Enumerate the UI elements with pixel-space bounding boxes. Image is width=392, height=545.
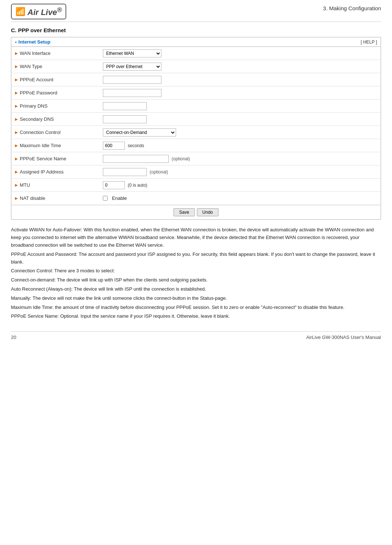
pppoe-password-value [99, 87, 381, 99]
wan-interface-row: ▶ WAN Interface Ethernet WAN [11, 47, 381, 60]
pppoe-password-label-text: PPPoE Password [20, 90, 57, 96]
undo-button[interactable]: Undo [197, 208, 219, 216]
max-idle-time-label: ▶ Maximum Idle Time [11, 141, 99, 150]
pppoe-password-row: ▶ PPPoE Password [11, 86, 381, 100]
page-header: 📶 Air Live® 3. Making Configuration [11, 4, 381, 19]
page-number: 20 [11, 335, 16, 340]
assigned-ip-value: (optional) [99, 166, 381, 178]
max-idle-time-label-text: Maximum Idle Time [20, 143, 61, 148]
enable-label: Enable [112, 195, 127, 201]
connection-control-value: Connect-on-Demand Auto Reconnect (Always… [99, 127, 381, 138]
primary-dns-label: ▶ Primary DNS [11, 101, 99, 111]
logo-text: Air Live® [27, 6, 62, 17]
pppoe-account-input[interactable] [103, 76, 161, 84]
max-idle-time-input[interactable] [103, 142, 125, 150]
mtu-row: ▶ MTU (0 is auto) [11, 179, 381, 192]
header-divider [11, 22, 381, 22]
arrow-icon: ▶ [15, 183, 18, 187]
pppoe-service-name-input[interactable] [103, 155, 169, 163]
wan-interface-value: Ethernet WAN [99, 48, 381, 59]
pppoe-service-name-value: (optional) [99, 153, 381, 165]
auto-label: (0 is auto) [128, 183, 147, 188]
max-idle-time-value: seconds [99, 140, 381, 152]
desc-para-8: PPPoE Service Name: Optional. Input the … [11, 313, 381, 320]
connection-control-label: ▶ Connection Control [11, 127, 99, 137]
logo-box: 📶 Air Live® [11, 4, 66, 19]
optional-label: (optional) [172, 156, 190, 161]
chapter-title: 3. Making Configuration [323, 4, 381, 11]
wifi-icon: 📶 [15, 7, 25, 16]
pppoe-service-name-row: ▶ PPPoE Service Name (optional) [11, 152, 381, 165]
desc-para-1: Activate WWAN for Auto-Failover: With th… [11, 226, 381, 249]
primary-dns-input[interactable] [103, 102, 147, 110]
assigned-ip-label-text: Assigned IP Address [20, 169, 64, 175]
pppoe-password-input[interactable] [103, 89, 161, 97]
setup-title-text: Internet Setup [18, 39, 50, 45]
secondary-dns-value [99, 113, 381, 125]
connection-control-row: ▶ Connection Control Connect-on-Demand A… [11, 126, 381, 139]
desc-para-2: PPPoE Account and Password: The account … [11, 251, 381, 266]
max-idle-time-row: ▶ Maximum Idle Time seconds [11, 139, 381, 152]
arrow-icon: ▶ [15, 51, 18, 55]
wan-type-label-text: WAN Type [20, 64, 42, 69]
nat-enable-checkbox[interactable] [103, 196, 108, 201]
arrow-icon: ▶ [15, 78, 18, 82]
primary-dns-row: ▶ Primary DNS [11, 100, 381, 113]
setup-header: ▪ Internet Setup [ HELP ] [11, 37, 381, 47]
arrow-icon: ▶ [15, 104, 18, 108]
nat-disable-label: ▶ NAT disable [11, 193, 99, 203]
wan-type-select[interactable]: PPP over Ethernet [103, 63, 161, 71]
arrow-icon: ▶ [15, 117, 18, 121]
save-button[interactable]: Save [173, 208, 194, 216]
desc-para-6: Manually: The device will not make the l… [11, 295, 381, 302]
wan-type-label: ▶ WAN Type [11, 61, 99, 71]
pppoe-service-name-label-text: PPPoE Service Name [20, 156, 66, 161]
secondary-dns-label-text: Secondary DNS [20, 116, 54, 122]
buttons-row: Save Undo [11, 205, 381, 219]
setup-icon: ▪ [15, 40, 16, 45]
pppoe-password-label: ▶ PPPoE Password [11, 88, 99, 98]
connection-control-select[interactable]: Connect-on-Demand Auto Reconnect (Always… [103, 128, 176, 137]
nat-disable-value: Enable [99, 194, 381, 203]
section-title: C. PPP over Ethernet [11, 27, 381, 33]
desc-para-4: Connect-on-demand: The device will link … [11, 276, 381, 284]
nat-disable-label-text: NAT disable [20, 195, 45, 201]
pppoe-account-row: ▶ PPPoE Account [11, 73, 381, 86]
manual-title: AirLive GW-300NAS User's Manual [306, 335, 381, 340]
secondary-dns-label: ▶ Secondary DNS [11, 114, 99, 124]
setup-header-title: ▪ Internet Setup [15, 39, 51, 45]
seconds-label: seconds [128, 143, 144, 148]
mtu-label: ▶ MTU [11, 180, 99, 190]
logo-reg: ® [57, 6, 62, 14]
pppoe-account-label: ▶ PPPoE Account [11, 75, 99, 85]
wan-type-row: ▶ WAN Type PPP over Ethernet [11, 60, 381, 73]
assigned-ip-label: ▶ Assigned IP Address [11, 167, 99, 177]
desc-para-3: Connection Control: There are 3 modes to… [11, 267, 381, 275]
secondary-dns-row: ▶ Secondary DNS [11, 113, 381, 126]
wan-type-value: PPP over Ethernet [99, 61, 381, 72]
secondary-dns-input[interactable] [103, 115, 147, 123]
optional-label-2: (optional) [150, 169, 168, 175]
arrow-icon: ▶ [15, 130, 18, 134]
help-link[interactable]: [ HELP ] [361, 40, 377, 45]
pppoe-account-value [99, 74, 381, 86]
assigned-ip-row: ▶ Assigned IP Address (optional) [11, 165, 381, 179]
arrow-icon: ▶ [15, 64, 18, 68]
arrow-icon: ▶ [15, 143, 18, 148]
description-block: Activate WWAN for Auto-Failover: With th… [11, 226, 381, 320]
connection-control-label-text: Connection Control [20, 130, 60, 135]
nat-disable-row: ▶ NAT disable Enable [11, 192, 381, 205]
mtu-label-text: MTU [20, 182, 30, 188]
arrow-icon: ▶ [15, 157, 18, 161]
pppoe-service-name-label: ▶ PPPoE Service Name [11, 154, 99, 164]
primary-dns-label-text: Primary DNS [20, 103, 48, 109]
wan-interface-label: ▶ WAN Interface [11, 48, 99, 58]
assigned-ip-input[interactable] [103, 168, 147, 176]
page-footer: 20 AirLive GW-300NAS User's Manual [11, 331, 381, 340]
mtu-value: (0 is auto) [99, 179, 381, 191]
desc-para-7: Maximum Idle Time: the amount of time of… [11, 304, 381, 311]
internet-setup-box: ▪ Internet Setup [ HELP ] ▶ WAN Interfac… [11, 37, 381, 220]
mtu-input[interactable] [103, 181, 125, 189]
wan-interface-select[interactable]: Ethernet WAN [103, 49, 161, 57]
arrow-icon: ▶ [15, 196, 18, 200]
